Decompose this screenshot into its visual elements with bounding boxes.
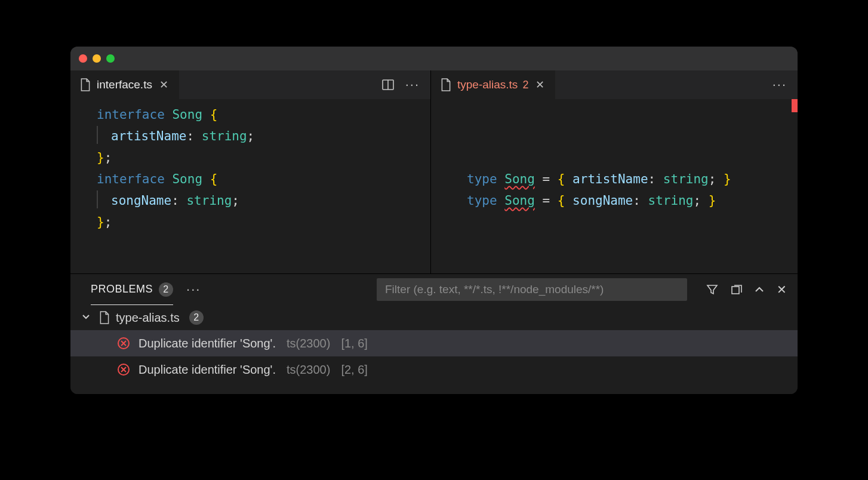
file-icon bbox=[441, 78, 451, 91]
svg-rect-2 bbox=[732, 287, 739, 294]
tab-type-alias-ts[interactable]: type-alias.ts 2 ✕ bbox=[431, 70, 556, 99]
problem-location: [1, 6] bbox=[341, 337, 367, 350]
problems-count-badge: 2 bbox=[159, 282, 173, 297]
titlebar bbox=[70, 47, 798, 70]
close-tab-icon[interactable]: ✕ bbox=[534, 78, 546, 91]
problem-code: ts(2300) bbox=[287, 363, 330, 377]
problems-tree: type-alias.ts 2 Duplicate identifier 'So… bbox=[70, 305, 798, 394]
close-window-button[interactable] bbox=[79, 54, 87, 63]
problems-filter-input[interactable] bbox=[377, 278, 687, 301]
problem-message: Duplicate identifier 'Song'. bbox=[138, 363, 276, 377]
problems-panel: PROBLEMS 2 ··· ✕ bbox=[70, 273, 798, 394]
problems-tab-label: PROBLEMS bbox=[91, 283, 153, 296]
file-icon bbox=[80, 78, 91, 91]
problem-row[interactable]: Duplicate identifier 'Song'.ts(2300)[2, … bbox=[70, 356, 798, 383]
more-panels-icon[interactable]: ··· bbox=[186, 282, 201, 297]
tab-interface-ts[interactable]: interface.ts ✕ bbox=[70, 70, 180, 99]
tab-actions-right: ··· bbox=[772, 70, 798, 99]
problems-panel-header: PROBLEMS 2 ··· ✕ bbox=[70, 274, 798, 305]
error-icon bbox=[117, 337, 130, 350]
panel-actions: ✕ bbox=[706, 282, 787, 297]
collapse-all-icon[interactable] bbox=[730, 284, 742, 296]
filter-icon[interactable] bbox=[706, 284, 718, 296]
problem-code: ts(2300) bbox=[287, 337, 330, 350]
editor-window: interface.ts ✕ ··· interface Song {artis… bbox=[70, 47, 798, 394]
tab-error-count: 2 bbox=[522, 79, 528, 91]
more-actions-icon[interactable]: ··· bbox=[772, 77, 787, 93]
tabbar-right: type-alias.ts 2 ✕ ··· bbox=[431, 70, 798, 99]
editor-pane-right: type-alias.ts 2 ✕ ··· type Song = { arti… bbox=[430, 70, 798, 273]
tabbar-left: interface.ts ✕ ··· bbox=[70, 70, 430, 99]
tab-actions-left: ··· bbox=[381, 70, 430, 99]
problems-tab[interactable]: PROBLEMS 2 bbox=[91, 274, 173, 305]
chevron-down-icon[interactable] bbox=[81, 312, 93, 324]
file-icon bbox=[99, 311, 110, 324]
code-editor-right[interactable]: type Song = { artistName: string; }type … bbox=[431, 99, 798, 211]
zoom-window-button[interactable] bbox=[106, 54, 115, 63]
editor-split: interface.ts ✕ ··· interface Song {artis… bbox=[70, 70, 798, 273]
minimap-error-marker[interactable] bbox=[792, 99, 798, 112]
problem-location: [2, 6] bbox=[341, 363, 367, 377]
code-editor-left[interactable]: interface Song {artistName: string;};int… bbox=[70, 99, 430, 233]
close-tab-icon[interactable]: ✕ bbox=[158, 78, 170, 91]
chevron-up-icon[interactable] bbox=[754, 284, 765, 295]
problem-message: Duplicate identifier 'Song'. bbox=[138, 337, 276, 350]
split-editor-icon[interactable] bbox=[381, 78, 395, 91]
problems-file-name: type-alias.ts bbox=[116, 311, 180, 325]
tab-filename: interface.ts bbox=[97, 78, 152, 91]
error-icon bbox=[117, 363, 130, 376]
more-actions-icon[interactable]: ··· bbox=[405, 77, 420, 93]
tab-filename: type-alias.ts bbox=[457, 78, 518, 91]
editor-pane-left: interface.ts ✕ ··· interface Song {artis… bbox=[70, 70, 430, 273]
problems-file-row[interactable]: type-alias.ts 2 bbox=[70, 305, 798, 330]
problems-file-count: 2 bbox=[189, 310, 204, 325]
close-panel-icon[interactable]: ✕ bbox=[777, 282, 787, 297]
problem-row[interactable]: Duplicate identifier 'Song'.ts(2300)[1, … bbox=[70, 330, 798, 356]
minimize-window-button[interactable] bbox=[93, 54, 101, 63]
